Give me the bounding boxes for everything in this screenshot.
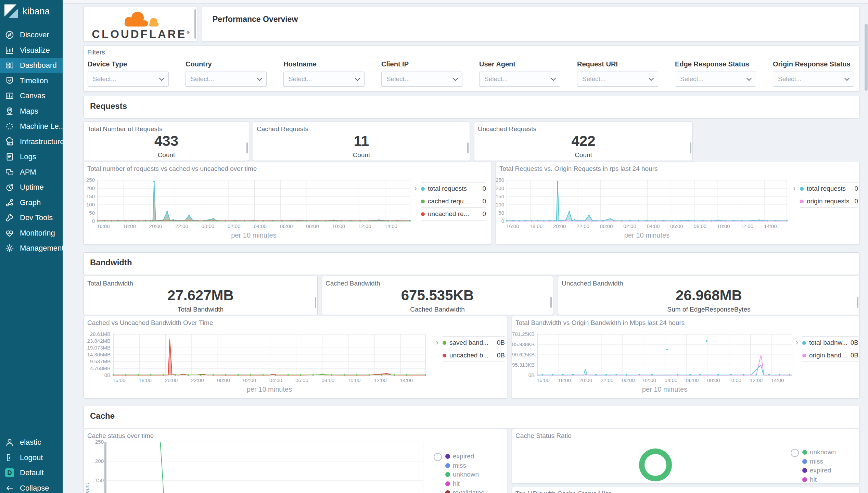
legend-item-saved-band-[interactable]: saved band...0B (443, 336, 505, 349)
svg-text:200: 200 (496, 185, 504, 191)
sidebar-item-visualize[interactable]: Visualize (0, 43, 63, 58)
sidebar-item-maps[interactable]: Maps (0, 104, 63, 119)
svg-text:22:00: 22:00 (601, 377, 614, 383)
legend-expand-icon[interactable]: › (414, 184, 417, 192)
legend-item-miss[interactable]: miss (445, 461, 504, 470)
legend-item-revalidated[interactable]: revalidated (445, 488, 504, 493)
panel-scrollbar[interactable] (690, 142, 691, 153)
sidebar-item-label: Machine Le... (20, 122, 65, 131)
panel-scrollbar[interactable] (467, 142, 469, 153)
legend-item-total-requests[interactable]: total requests0 (421, 182, 486, 195)
metric-label: Count (474, 151, 692, 159)
sidebar-item-uptime[interactable]: Uptime (0, 180, 63, 195)
sidebar-item-label: Maps (20, 107, 38, 116)
sidebar-item-label: Dev Tools (20, 213, 53, 222)
svg-text:per 10 minutes: per 10 minutes (642, 385, 687, 393)
legend-item-origin-requests[interactable]: origin requests0 (800, 195, 858, 208)
chart-legend: unknownmissexpiredhit (802, 448, 857, 484)
legend-item-uncached-b-[interactable]: uncached b...0B (443, 349, 505, 362)
legend-value: 0 (482, 198, 486, 205)
legend-expand-icon[interactable]: › (436, 338, 438, 346)
dashboard-icon (5, 61, 14, 70)
legend-expand-icon[interactable]: › (795, 338, 798, 346)
legend-item-miss[interactable]: miss (802, 457, 857, 466)
filter-select-hostname[interactable]: Select... (283, 72, 365, 87)
sidebar-item-label: Management (20, 244, 64, 253)
sidebar-item-logs[interactable]: Logs (0, 149, 63, 165)
legend-label: total badnw... (809, 339, 847, 346)
sidebar-item-graph[interactable]: Graph (0, 195, 63, 211)
legend-item-unknown[interactable]: unknown (445, 470, 504, 479)
sidebar-item-discover[interactable]: Discover (0, 27, 63, 43)
svg-text:16:00: 16:00 (113, 377, 126, 383)
legend-item-expired[interactable]: expired (445, 452, 504, 461)
legend-color-dot (802, 459, 807, 464)
filter-select-origin-response-status[interactable]: Select... (773, 72, 854, 87)
svg-text:4.768MB: 4.768MB (90, 365, 111, 371)
legend-item-hit[interactable]: hit (445, 479, 504, 489)
panel-scrollbar[interactable] (246, 142, 248, 153)
sidebar-item-elastic[interactable]: elastic (0, 435, 63, 450)
filter-select-edge-response-status[interactable]: Select... (675, 72, 756, 87)
svg-text:20:00: 20:00 (165, 377, 178, 383)
legend-item-cached-requ-[interactable]: cached requ...0 (421, 195, 486, 208)
legend-value: 0B (497, 352, 505, 359)
collapse-icon (5, 484, 14, 493)
legend-item-uncached-re-[interactable]: uncached re...0 (421, 208, 486, 220)
legend-item-total-requests[interactable]: total requests0 (800, 182, 858, 195)
legend-value: 0B (851, 352, 858, 359)
chart-panel-cache-status-ratio: Cache Status Ratio›unknownmissexpiredhit (512, 429, 860, 484)
legend-item-unknown[interactable]: unknown (802, 448, 857, 457)
filter-select-user-agent[interactable]: Select... (479, 72, 560, 87)
legend-expand-icon[interactable]: › (791, 449, 799, 457)
sidebar-item-logout[interactable]: Logout (0, 450, 63, 466)
panel-scrollbar[interactable] (315, 297, 316, 308)
chevron-down-icon (159, 76, 165, 81)
panel-scrollbar[interactable] (194, 9, 196, 39)
metric-title: Total Bandwidth (87, 280, 133, 287)
section-title: Requests (84, 96, 859, 116)
legend-item-origin-band-[interactable]: origin band...0B (802, 349, 858, 362)
sidebar-item-collapse[interactable]: Collapse (0, 481, 63, 493)
filter-select-device-type[interactable]: Select... (88, 72, 169, 87)
svg-text:781.25KB: 781.25KB (512, 331, 535, 337)
sidebar-item-infrastructure[interactable]: Infrastructure (0, 134, 63, 150)
sidebar-item-monitoring[interactable]: Monitoring (0, 226, 63, 241)
sidebar-item-machine-le[interactable]: Machine Le... (0, 119, 63, 134)
metric-panel-bandwidth-0: Total Bandwidth 27.627MB Total Bandwidth (84, 276, 318, 315)
sidebar-item-default[interactable]: DDefault (0, 465, 63, 481)
page-scrollbar[interactable] (865, 24, 868, 91)
filter-field-device-type: Device TypeSelect... (88, 60, 169, 87)
legend-item-hit[interactable]: hit (802, 475, 857, 484)
panel-scrollbar[interactable] (550, 297, 552, 308)
metric-value: 675.535KB (322, 287, 553, 304)
metric-label: Sum of EdgeResponseBytes (558, 306, 859, 313)
svg-text:19.073MB: 19.073MB (87, 345, 111, 351)
filter-select-client-ip[interactable]: Select... (381, 72, 462, 87)
filter-field-hostname: HostnameSelect... (283, 60, 365, 87)
sidebar-item-label: Infrastructure (20, 137, 64, 146)
panel-scrollbar[interactable] (857, 297, 858, 308)
sidebar-item-label: Logs (20, 152, 36, 161)
legend-color-dot (421, 212, 425, 216)
sidebar-item-timelion[interactable]: Timelion (0, 73, 63, 89)
legend-expand-icon[interactable]: › (434, 453, 442, 461)
filter-label: Device Type (88, 60, 169, 68)
sidebar-item-dashboard[interactable]: Dashboard (0, 58, 63, 73)
sidebar-item-canvas[interactable]: Canvas (0, 88, 63, 104)
kibana-logo-icon (4, 4, 18, 18)
legend-item-expired[interactable]: expired (802, 466, 857, 475)
sidebar-item-label: Default (20, 468, 44, 477)
svg-text:per 10 minutes: per 10 minutes (247, 385, 292, 393)
sidebar-item-apm[interactable]: APM (0, 165, 63, 180)
legend-item-total-badnw-[interactable]: total badnw...0B (802, 336, 858, 349)
filter-select-request-uri[interactable]: Select... (577, 72, 658, 87)
chart-title: Cache Status Ratio (515, 432, 572, 440)
kibana-home-link[interactable]: kibana (0, 0, 63, 23)
legend-expand-icon[interactable]: › (793, 184, 796, 192)
sidebar-item-dev-tools[interactable]: Dev Tools (0, 210, 63, 226)
panel-scrollbar[interactable] (104, 442, 106, 493)
management-icon (5, 244, 14, 253)
filter-select-country[interactable]: Select... (186, 72, 267, 87)
sidebar-item-management[interactable]: Management (0, 241, 63, 256)
